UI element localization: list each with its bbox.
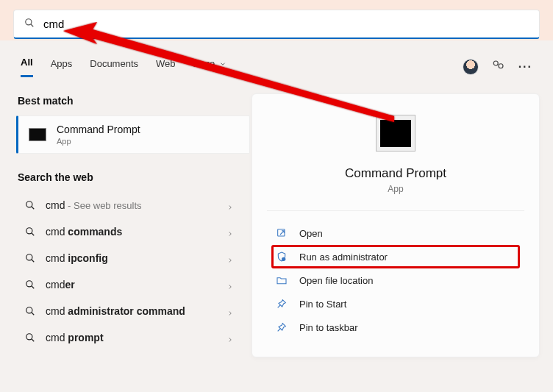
svg-point-12: [26, 307, 32, 313]
tab-web[interactable]: Web: [156, 58, 176, 76]
action-label: Pin to taskbar: [299, 322, 358, 333]
web-result-3[interactable]: cmder: [18, 271, 243, 298]
best-match-heading: Best match: [18, 95, 251, 107]
search-input[interactable]: [43, 18, 529, 30]
search-icon: [24, 18, 35, 31]
tab-documents[interactable]: Documents: [90, 58, 138, 76]
search-icon: [25, 200, 35, 210]
chevron-right-icon: [226, 228, 234, 235]
more-icon[interactable]: ···: [518, 60, 532, 74]
web-result-4[interactable]: cmd administrator command: [18, 298, 243, 324]
search-icon: [25, 279, 35, 290]
web-result-1[interactable]: cmd commands: [18, 218, 243, 245]
action-label: Open: [299, 228, 323, 239]
svg-point-10: [26, 281, 32, 287]
svg-line-5: [32, 207, 35, 210]
action-pin-to-taskbar[interactable]: Pin to taskbar: [271, 316, 520, 339]
search-bar[interactable]: [13, 10, 540, 39]
search-icon: [25, 306, 35, 316]
shield-icon: [276, 251, 288, 263]
best-match-subtitle: App: [57, 137, 140, 146]
folder-icon: [276, 274, 288, 286]
svg-line-18: [278, 305, 280, 307]
svg-line-19: [278, 329, 280, 331]
svg-line-11: [32, 286, 35, 289]
web-result-0[interactable]: cmd - See web results: [18, 192, 243, 218]
pin-icon: [276, 321, 288, 333]
svg-line-7: [32, 233, 35, 236]
search-icon: [25, 332, 35, 343]
chevron-right-icon: [226, 202, 234, 209]
svg-line-13: [32, 313, 35, 316]
action-open-file-location[interactable]: Open file location: [271, 268, 520, 292]
chevron-right-icon: [226, 281, 234, 288]
rewards-icon[interactable]: [492, 59, 505, 75]
svg-point-3: [499, 64, 503, 68]
action-label: Open file location: [299, 275, 373, 286]
best-match-item[interactable]: Command Prompt App: [16, 115, 250, 154]
svg-line-1: [31, 24, 34, 26]
svg-line-15: [32, 339, 35, 342]
chevron-down-icon: [218, 58, 226, 69]
chevron-right-icon: [226, 307, 234, 315]
action-label: Run as administrator: [299, 252, 388, 263]
svg-point-17: [282, 257, 285, 261]
svg-point-8: [26, 254, 32, 260]
search-icon: [25, 227, 35, 237]
chevron-right-icon: [226, 334, 234, 341]
search-icon: [25, 253, 35, 263]
tab-more[interactable]: More: [193, 58, 226, 76]
user-avatar[interactable]: [463, 59, 479, 75]
tabs-bar: All Apps Documents Web More ···: [0, 40, 553, 77]
web-result-2[interactable]: cmd ipconfig: [18, 245, 243, 271]
open-icon: [276, 227, 288, 239]
action-open[interactable]: Open: [271, 221, 520, 245]
divider: [267, 210, 524, 211]
svg-rect-16: [278, 229, 285, 236]
svg-point-2: [493, 61, 498, 65]
pin-icon: [276, 298, 288, 310]
command-prompt-icon: [29, 128, 46, 141]
preview-subtitle: App: [388, 184, 403, 194]
chevron-right-icon: [226, 254, 234, 262]
action-pin-to-start[interactable]: Pin to Start: [271, 292, 520, 316]
svg-line-9: [32, 260, 35, 263]
svg-point-6: [26, 228, 32, 234]
preview-panel: Command Prompt App OpenRun as administra…: [251, 93, 540, 357]
preview-title: Command Prompt: [345, 166, 446, 181]
tab-all[interactable]: All: [21, 57, 33, 77]
preview-app-icon: [376, 115, 415, 152]
search-web-heading: Search the web: [18, 171, 251, 183]
svg-point-0: [26, 18, 32, 24]
web-result-5[interactable]: cmd prompt: [18, 324, 243, 351]
svg-point-4: [26, 202, 32, 207]
best-match-title: Command Prompt: [57, 124, 140, 135]
tab-apps[interactable]: Apps: [51, 58, 73, 76]
svg-point-14: [26, 334, 32, 340]
action-run-as-administrator[interactable]: Run as administrator: [271, 245, 520, 268]
action-label: Pin to Start: [299, 299, 346, 310]
